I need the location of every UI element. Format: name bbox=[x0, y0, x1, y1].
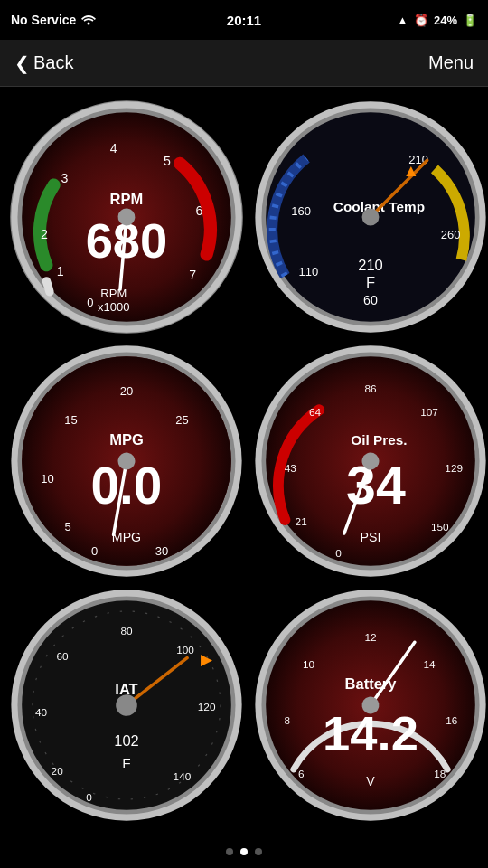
svg-text:40: 40 bbox=[35, 706, 48, 719]
svg-text:F: F bbox=[122, 755, 130, 770]
svg-text:100: 100 bbox=[176, 644, 194, 656]
svg-text:25: 25 bbox=[175, 413, 188, 427]
svg-text:V: V bbox=[366, 774, 375, 788]
svg-text:MPG: MPG bbox=[109, 431, 144, 448]
svg-text:21: 21 bbox=[296, 515, 307, 528]
mpg-gauge: 5 10 15 20 25 0 30 MPG 0.0 MPG bbox=[9, 344, 244, 579]
battery-icon: ▲ bbox=[397, 14, 408, 27]
back-button[interactable]: ❮ Back bbox=[14, 52, 73, 74]
back-label: Back bbox=[33, 52, 73, 73]
iat-gauge: 20 40 60 80 100 120 0 140 IAT 102 F ▶ bbox=[9, 588, 244, 823]
gauges-grid: 1 2 3 4 5 6 7 0 RPM 680 RPM x1000 bbox=[0, 87, 488, 835]
svg-text:30: 30 bbox=[155, 544, 168, 558]
svg-text:20: 20 bbox=[120, 384, 133, 398]
battery-percent: 24% bbox=[434, 14, 457, 27]
pagination-dot-2[interactable] bbox=[240, 848, 248, 855]
svg-point-0 bbox=[88, 23, 90, 25]
battery-gauge: 6 8 10 12 14 16 18 Battery 14.2 V bbox=[253, 588, 488, 823]
pagination-dot-3[interactable] bbox=[255, 848, 262, 855]
svg-text:8: 8 bbox=[285, 714, 291, 727]
svg-text:x1000: x1000 bbox=[98, 300, 129, 314]
svg-text:102: 102 bbox=[114, 732, 139, 750]
rpm-gauge: 1 2 3 4 5 6 7 0 RPM 680 RPM x1000 bbox=[9, 99, 244, 335]
svg-text:10: 10 bbox=[41, 472, 53, 486]
svg-text:43: 43 bbox=[285, 462, 297, 475]
svg-text:14.2: 14.2 bbox=[323, 706, 418, 761]
svg-text:18: 18 bbox=[434, 768, 446, 780]
svg-text:20: 20 bbox=[52, 765, 64, 778]
svg-text:F: F bbox=[366, 274, 375, 291]
svg-text:60: 60 bbox=[363, 293, 378, 307]
svg-text:MPG: MPG bbox=[112, 530, 141, 544]
svg-text:64: 64 bbox=[309, 406, 322, 419]
oilpres-gauge: 21 43 64 86 107 129 0 150 Oil Pres. 34 P… bbox=[253, 344, 488, 579]
svg-text:86: 86 bbox=[364, 382, 377, 395]
svg-text:3: 3 bbox=[61, 171, 69, 185]
svg-text:Oil Pres.: Oil Pres. bbox=[351, 432, 407, 448]
pagination-dots bbox=[0, 835, 488, 868]
status-bar: No Service 20:11 ▲ ⏰ 24% 🔋 bbox=[0, 0, 488, 40]
svg-text:▲: ▲ bbox=[403, 161, 420, 180]
pagination-dot-1[interactable] bbox=[226, 848, 233, 855]
svg-text:RPM: RPM bbox=[100, 287, 127, 300]
svg-text:80: 80 bbox=[120, 625, 133, 637]
svg-text:4: 4 bbox=[110, 141, 117, 156]
battery-indicator: 🔋 bbox=[463, 14, 477, 27]
svg-text:15: 15 bbox=[64, 413, 77, 427]
svg-text:1: 1 bbox=[57, 264, 64, 278]
svg-text:6: 6 bbox=[298, 768, 305, 780]
svg-text:120: 120 bbox=[198, 701, 216, 713]
svg-text:107: 107 bbox=[420, 406, 438, 419]
svg-text:60: 60 bbox=[57, 650, 70, 663]
time-display: 20:11 bbox=[227, 13, 261, 28]
svg-text:▶: ▶ bbox=[201, 651, 213, 668]
svg-text:0: 0 bbox=[91, 544, 98, 558]
svg-text:129: 129 bbox=[445, 462, 463, 475]
svg-text:PSI: PSI bbox=[361, 530, 381, 544]
menu-button[interactable]: Menu bbox=[428, 52, 474, 73]
svg-text:150: 150 bbox=[431, 521, 449, 533]
svg-text:260: 260 bbox=[441, 228, 461, 241]
wifi-icon bbox=[81, 14, 96, 25]
alarm-icon: ⏰ bbox=[414, 14, 428, 27]
svg-text:12: 12 bbox=[364, 631, 376, 644]
svg-text:16: 16 bbox=[446, 714, 458, 727]
carrier-text: No Service bbox=[11, 13, 76, 27]
svg-text:5: 5 bbox=[64, 520, 70, 533]
svg-text:0: 0 bbox=[87, 296, 93, 309]
svg-text:110: 110 bbox=[299, 265, 319, 278]
svg-text:10: 10 bbox=[303, 658, 315, 671]
svg-text:210: 210 bbox=[358, 257, 383, 274]
svg-text:RPM: RPM bbox=[110, 191, 144, 208]
coolant-gauge: 110 160 210 260 Coolant Temp 210 F 60 ▲ bbox=[253, 99, 488, 335]
svg-text:14: 14 bbox=[423, 658, 436, 671]
svg-text:0: 0 bbox=[86, 791, 92, 804]
svg-text:0: 0 bbox=[335, 547, 342, 560]
svg-text:5: 5 bbox=[164, 154, 171, 168]
svg-text:2: 2 bbox=[41, 227, 48, 241]
svg-text:7: 7 bbox=[189, 268, 196, 282]
svg-text:140: 140 bbox=[174, 770, 192, 783]
nav-bar: ❮ Back Menu bbox=[0, 40, 488, 87]
back-chevron-icon: ❮ bbox=[14, 52, 30, 74]
svg-text:160: 160 bbox=[291, 204, 311, 218]
